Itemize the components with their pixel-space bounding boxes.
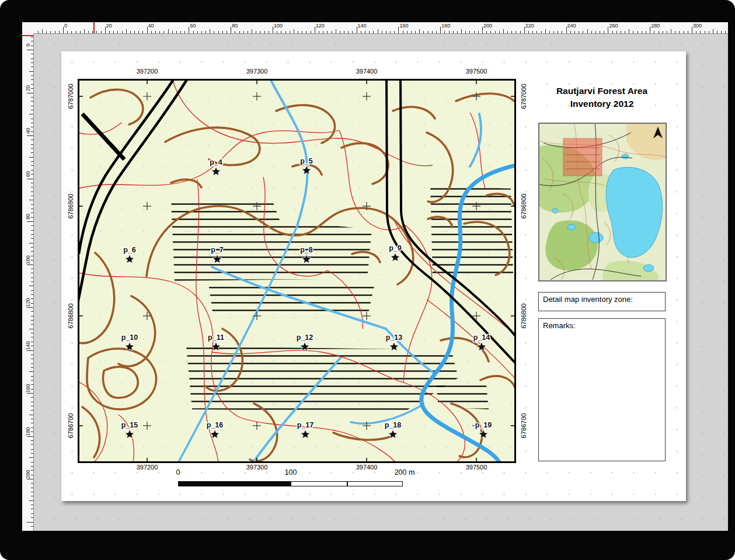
ruler-top-tick [545,29,546,33]
ruler-top-tick [105,27,106,33]
ruler-top-tick [373,31,374,33]
ruler-top-tick [147,27,148,33]
ruler-top-tick [285,31,286,33]
ruler-top-tick [311,31,311,33]
ruler-left-tick [31,453,33,454]
ruler-top-tick [357,27,357,33]
ruler-top-tick [654,31,654,33]
map-canvas[interactable]: p_4p_5p_6p_7p_8p_9p_10p_11p_12p_13p_14p_… [78,79,516,463]
ruler-top-tick [55,31,55,33]
ruler-left-tick [29,200,33,200]
ruler-top-tick [260,31,260,33]
ruler-top-tick [457,31,458,33]
ruler-top-tick [151,31,152,33]
ruler-top-tick [692,27,692,33]
ruler-left-tick [31,466,33,467]
ruler-top-tick [600,31,600,33]
ruler-top-tick [50,31,51,33]
ruler-top-tick [382,31,382,33]
ruler-top-tick [423,31,424,33]
ruler-top-tick [80,31,81,33]
ruler-left-tick [31,110,33,110]
ruler-top-tick [717,31,717,33]
ruler-top-tick [713,29,713,33]
ruler-top-tick [390,31,391,33]
ruler-left-tick [31,58,33,59]
ruler-number: 120 [316,23,325,29]
ruler-left-tick [27,522,33,523]
ruler-left-tick [31,88,33,89]
ruler-left-tick [31,273,33,273]
ruler-left-tick [29,329,33,329]
ruler-top-tick [159,31,160,33]
ruler-top-tick [570,31,571,33]
ruler-top-tick [574,31,575,33]
ruler-top-tick [327,31,328,33]
ruler-left-tick [31,290,33,291]
detail-zone-box[interactable]: Detail map inventory zone: [538,292,666,311]
scalebar-item[interactable]: 0 100 200 m [178,468,412,491]
ruler-left-tick [31,354,33,355]
ruler-number: 200 [25,469,32,480]
layout-title[interactable]: Rautjarvi Forest Area Inventory 2012 [538,85,666,110]
ruler-left-tick [31,127,33,127]
map-item[interactable]: p_4p_5p_6p_7p_8p_9p_10p_11p_12p_13p_14p_… [78,79,516,463]
ruler-left-tick [31,513,33,514]
ruler-left-tick [31,346,33,346]
ruler-left-tick [31,389,33,389]
ruler-top-tick [625,31,625,33]
ruler-top-tick [277,31,277,33]
ruler-left-tick [31,324,33,325]
ruler-left-tick [31,320,33,321]
ruler-left-tick [29,157,33,158]
ruler-top-tick [252,29,252,33]
ruler-top-tick [302,31,302,33]
ruler-top-tick [101,31,102,33]
sample-point-label: p_16 [207,421,224,429]
ruler-top-tick [394,31,395,33]
ruler-number: 100 [25,254,32,265]
ruler-top-tick [189,27,189,33]
overview-map-item[interactable] [538,123,667,281]
grid-label-left: 6787000 [67,84,74,109]
ruler-top-tick [210,29,210,33]
ruler-top-tick [273,27,273,33]
ruler-left-tick [31,449,33,450]
layout-page[interactable]: p_4p_5p_6p_7p_8p_9p_10p_11p_12p_13p_14p_… [61,51,686,501]
ruler-top-tick [696,31,696,33]
ruler-top-tick [638,31,638,33]
ruler-left[interactable]: 020406080100120140160180200 [22,33,34,531]
ruler-top[interactable]: 0204060801001201401601802002202402602803… [33,22,728,34]
ruler-top-tick [511,31,512,33]
ruler-top-tick [168,29,169,33]
ruler-top-tick [197,31,198,33]
sample-point-label: p_19 [475,421,492,429]
ruler-top-tick [38,31,39,33]
ruler-top-tick [163,31,164,33]
ruler-left-tick [31,294,33,295]
ruler-top-tick [46,31,47,33]
ruler-top-tick [378,29,378,33]
ruler-left-tick [31,170,33,171]
ruler-top-tick [537,31,537,33]
ruler-top-tick [499,31,500,33]
remarks-box[interactable]: Remarks: [538,318,666,461]
ruler-top-tick [558,31,558,33]
ruler-left-tick [29,415,33,415]
ruler-top-tick [495,31,496,33]
ruler-left-tick [31,402,33,402]
ruler-top-tick [562,31,562,33]
ruler-top-tick [549,31,550,33]
ruler-left-tick [31,62,33,63]
ruler-left-tick [31,440,33,441]
grid-label-left: 6786800 [67,304,74,329]
ruler-top-tick [469,31,470,33]
ruler-left-tick [31,97,33,98]
ruler-top-tick [659,31,659,33]
ruler-left-tick [31,359,33,359]
ruler-top-tick [231,27,231,33]
ruler-top-tick [650,27,650,33]
grid-label-bottom: 397500 [466,464,487,471]
ruler-left-tick [31,54,33,54]
sample-point-label: p_10 [121,333,138,342]
